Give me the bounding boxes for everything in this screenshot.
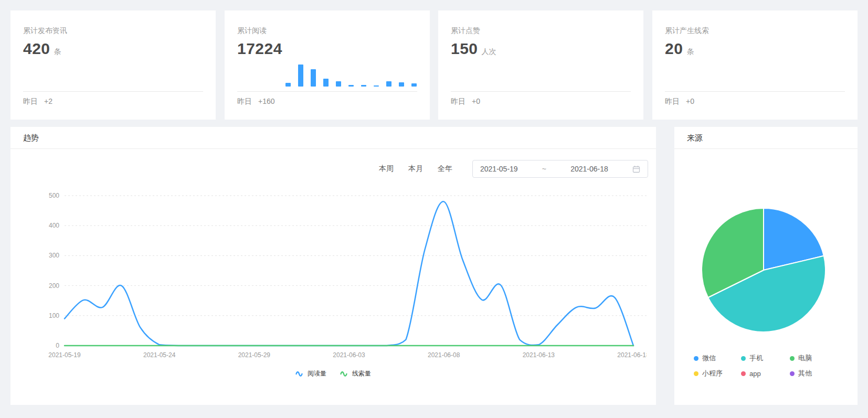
sparkline-bar [348,85,354,87]
footer-value: +2 [44,97,52,106]
pie-legend-item-app[interactable]: app [741,369,790,378]
trend-card-title: 趋势 [23,133,39,142]
trend-line-chart: 01002003004005002021-05-192021-05-242021… [10,184,647,365]
footer-label: 昨日 [237,97,252,106]
footer-label: 昨日 [451,97,465,106]
sparkline-bar [374,85,379,87]
stat-title: 累计点赞 [451,26,480,36]
footer-value: +0 [686,97,694,106]
svg-text:0: 0 [56,342,59,349]
stat-value: 150 [451,40,478,58]
sparkline-bar [361,85,366,87]
legend-label: 其他 [798,369,812,378]
trend-card: 趋势 本周 本月 全年 2021-05-19 ~ 2021-06-18 0100… [10,127,656,405]
reads-sparkline [285,65,417,87]
stat-title: 累计阅读 [237,26,267,36]
legend-label: 线索量 [352,369,371,378]
stat-unit: 条 [686,47,694,57]
date-range-start[interactable]: 2021-05-19 [480,165,518,173]
footer-value: +0 [472,97,480,106]
sparkline-bar [311,69,316,87]
svg-text:2021-06-03: 2021-06-03 [333,351,365,359]
stat-card-published: 累计发布资讯 420 条 昨日 +2 [10,10,216,120]
legend-label: app [749,370,761,378]
svg-text:400: 400 [49,222,59,229]
footer-label: 昨日 [23,97,38,106]
divider [665,91,845,92]
svg-text:300: 300 [49,252,59,259]
legend-label: 电脑 [798,353,812,363]
stat-card-likes: 累计点赞 150 人次 昨日 +0 [438,10,643,120]
stat-title: 累计产生线索 [665,26,709,36]
stat-unit: 条 [54,47,61,57]
pie-legend-item-other[interactable]: 其他 [790,369,812,378]
sparkline-bar [336,81,341,87]
tab-full-year[interactable]: 全年 [438,164,452,174]
source-card-header: 来源 [674,127,858,149]
svg-text:100: 100 [49,312,59,319]
divider [23,91,203,92]
line-series-icon [340,370,348,378]
legend-item-reads[interactable]: 阅读量 [295,369,326,378]
series-color-dot [790,356,795,361]
pie-legend-item-phone[interactable]: 手机 [741,353,790,363]
source-card-title: 来源 [687,133,703,142]
sparkline-bar [285,83,291,87]
legend-label: 微信 [702,353,716,363]
series-color-dot [694,356,698,361]
source-pie-chart [674,148,858,350]
svg-text:500: 500 [49,192,59,199]
sparkline-bar [298,65,303,87]
pie-legend-item-miniprogram[interactable]: 小程序 [694,369,741,378]
legend-item-leads[interactable]: 线索量 [340,369,371,378]
sparkline-bar [411,83,417,87]
stat-title: 累计发布资讯 [23,26,67,36]
svg-text:2021-06-18: 2021-06-18 [617,351,647,359]
svg-text:2021-06-08: 2021-06-08 [428,351,460,359]
tab-this-month[interactable]: 本月 [408,164,423,174]
svg-text:2021-05-24: 2021-05-24 [143,351,176,359]
tab-this-week[interactable]: 本周 [379,164,394,174]
stat-value: 20 [665,40,683,58]
svg-text:2021-05-29: 2021-05-29 [238,351,271,359]
trend-legend: 阅读量 线索量 [10,369,656,378]
sparkline-bar [323,79,329,87]
series-color-dot [741,356,746,361]
legend-label: 小程序 [702,369,723,378]
date-range-picker[interactable]: 2021-05-19 ~ 2021-06-18 [472,160,648,178]
svg-text:200: 200 [49,282,59,290]
stat-value: 17224 [237,40,282,58]
date-range-separator: ~ [542,165,546,173]
svg-text:2021-05-19: 2021-05-19 [48,351,81,359]
sparkline-bar [386,81,391,87]
line-series-icon [295,370,304,378]
calendar-icon[interactable] [632,165,640,173]
series-color-dot [790,371,795,376]
pie-legend: 微信 手机 电脑 小程序 app 其他 [694,353,812,378]
trend-card-header: 趋势 [10,127,656,149]
date-range-end[interactable]: 2021-06-18 [570,165,608,173]
svg-text:2021-06-13: 2021-06-13 [523,351,555,359]
series-color-dot [694,371,698,376]
pie-legend-item-wechat[interactable]: 微信 [694,353,741,363]
sparkline-bar [399,82,404,87]
divider [451,91,631,92]
stat-card-leads: 累计产生线索 20 条 昨日 +0 [652,10,858,120]
legend-label: 阅读量 [308,369,326,378]
footer-label: 昨日 [665,97,680,106]
footer-value: +160 [258,97,275,106]
stat-unit: 人次 [482,47,496,57]
pie-legend-item-computer[interactable]: 电脑 [790,353,812,363]
series-color-dot [741,371,746,376]
stat-value: 420 [23,40,50,58]
legend-label: 手机 [749,353,763,363]
source-card: 来源 微信 手机 电脑 小程序 app 其他 [674,127,858,405]
divider [237,91,417,92]
stat-card-reads: 累计阅读 17224 昨日 +160 [225,10,430,120]
